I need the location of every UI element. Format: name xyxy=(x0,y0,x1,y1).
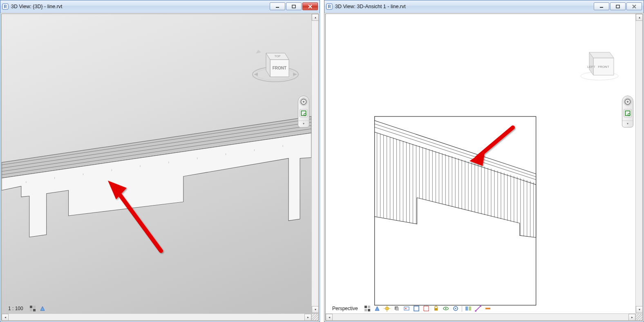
window-buttons xyxy=(270,2,318,10)
visual-style-icon[interactable] xyxy=(373,305,381,312)
render-dialog-icon[interactable] xyxy=(403,305,410,312)
svg-rect-113 xyxy=(368,309,370,311)
scroll-left-icon[interactable]: ◂ xyxy=(326,314,333,321)
svg-marker-40 xyxy=(40,306,45,311)
close-button[interactable] xyxy=(302,2,318,10)
svg-rect-36 xyxy=(30,306,32,308)
svg-rect-124 xyxy=(414,306,419,311)
visual-style-icon[interactable] xyxy=(39,305,46,312)
svg-rect-34 xyxy=(301,111,306,115)
horizontal-scrollbar[interactable]: ◂ ▸ xyxy=(2,313,311,320)
viewcube-front-label[interactable]: FRONT xyxy=(598,65,609,69)
navigation-bar[interactable]: ▾ xyxy=(622,96,633,127)
analytical-model-icon[interactable] xyxy=(474,305,482,312)
navbar-expand-icon[interactable]: ▾ xyxy=(622,121,633,125)
svg-point-33 xyxy=(303,101,305,103)
crop-view-icon[interactable] xyxy=(413,305,420,312)
svg-text:R: R xyxy=(328,4,331,9)
svg-marker-27 xyxy=(293,73,297,76)
svg-rect-47 xyxy=(375,116,536,305)
svg-rect-131 xyxy=(465,306,468,311)
svg-rect-121 xyxy=(396,307,399,311)
reveal-constraints-icon[interactable] xyxy=(484,305,492,312)
svg-marker-31 xyxy=(256,50,261,54)
titlebar[interactable]: R 3D View: {3D} - line.rvt xyxy=(0,0,320,13)
scroll-down-icon[interactable]: ▾ xyxy=(312,306,319,313)
scroll-down-icon[interactable]: ▾ xyxy=(636,306,643,313)
minimize-button[interactable] xyxy=(270,2,285,10)
navigation-bar[interactable]: ▾ xyxy=(298,96,309,127)
svg-rect-110 xyxy=(364,306,367,308)
maximize-button[interactable] xyxy=(610,2,626,10)
scroll-right-icon[interactable]: ▸ xyxy=(628,314,635,321)
svg-point-123 xyxy=(405,308,406,309)
svg-line-133 xyxy=(476,306,481,311)
svg-rect-39 xyxy=(33,309,36,311)
view-control-bar: 1 : 100 xyxy=(2,304,49,313)
svg-rect-111 xyxy=(368,306,370,308)
svg-rect-108 xyxy=(625,111,630,115)
svg-point-107 xyxy=(627,101,629,103)
separator xyxy=(462,305,462,312)
viewcube[interactable]: TOP FRONT xyxy=(249,34,302,87)
view-scale[interactable]: 1 : 100 xyxy=(5,305,27,312)
detail-level-icon[interactable] xyxy=(29,305,36,312)
svg-rect-132 xyxy=(469,306,471,311)
svg-marker-114 xyxy=(375,306,379,311)
size-grip[interactable] xyxy=(635,313,642,320)
viewport[interactable]: TOP FRONT ▾ 1 : 100 ▴ ▾ xyxy=(1,13,319,321)
steering-wheel-icon[interactable] xyxy=(624,98,632,106)
zoom-region-icon[interactable] xyxy=(300,109,308,117)
maximize-button[interactable] xyxy=(286,2,302,10)
viewcube-front-label[interactable]: FRONT xyxy=(273,66,286,70)
temporary-hide-icon[interactable] xyxy=(442,305,449,312)
view-control-bar: Perspective xyxy=(326,304,494,313)
steering-wheel-icon[interactable] xyxy=(300,98,308,106)
viewcube-top-label[interactable]: TOP xyxy=(275,55,281,58)
svg-point-115 xyxy=(385,307,389,310)
viewcube[interactable]: LEFT FRONT xyxy=(577,38,622,83)
window-title: 3D View: {3D} - line.rvt xyxy=(11,4,270,9)
size-grip[interactable] xyxy=(311,313,318,320)
minimize-button[interactable] xyxy=(594,2,609,10)
app-icon: R xyxy=(326,3,333,10)
vertical-scrollbar[interactable]: ▴ ▾ xyxy=(311,14,318,313)
svg-rect-44 xyxy=(616,5,619,8)
crop-region-visible-icon[interactable] xyxy=(423,305,430,312)
reveal-hidden-icon[interactable] xyxy=(452,305,459,312)
svg-point-134 xyxy=(475,310,476,312)
titlebar[interactable]: R 3D View: 3D-Ansicht 1 - line.rvt xyxy=(324,0,644,13)
window-buttons xyxy=(594,2,642,10)
shadows-icon[interactable] xyxy=(393,305,400,312)
svg-rect-122 xyxy=(404,307,409,310)
window-3d-view-1: R 3D View: {3D} - line.rvt xyxy=(0,0,320,322)
viewport[interactable]: LEFT FRONT ▾ Perspective xyxy=(325,13,643,321)
detail-level-icon[interactable] xyxy=(364,305,371,312)
svg-rect-126 xyxy=(434,308,438,311)
sun-path-icon[interactable] xyxy=(383,305,391,312)
scroll-up-icon[interactable]: ▴ xyxy=(312,14,319,21)
lock-view-icon[interactable] xyxy=(432,305,440,312)
svg-rect-38 xyxy=(30,309,32,311)
horizontal-scrollbar[interactable]: ◂ ▸ xyxy=(326,313,635,320)
view-scale[interactable]: Perspective xyxy=(329,305,361,312)
close-button-disabled[interactable] xyxy=(626,2,642,10)
svg-rect-136 xyxy=(485,308,490,309)
svg-rect-112 xyxy=(364,309,367,311)
worksharing-display-icon[interactable] xyxy=(465,305,472,312)
scroll-up-icon[interactable]: ▴ xyxy=(636,14,643,21)
app-icon: R xyxy=(2,3,9,10)
svg-rect-125 xyxy=(424,306,429,311)
zoom-region-icon[interactable] xyxy=(624,109,632,117)
window-title: 3D View: 3D-Ansicht 1 - line.rvt xyxy=(335,4,594,9)
svg-point-128 xyxy=(445,308,446,309)
svg-rect-3 xyxy=(292,5,295,8)
scroll-right-icon[interactable]: ▸ xyxy=(304,314,311,321)
svg-marker-26 xyxy=(254,73,258,76)
navbar-expand-icon[interactable]: ▾ xyxy=(298,121,309,125)
viewcube-left-label[interactable]: LEFT xyxy=(587,65,595,69)
svg-rect-37 xyxy=(33,306,36,308)
vertical-scrollbar[interactable]: ▴ ▾ xyxy=(635,14,642,313)
svg-point-130 xyxy=(455,308,456,309)
scroll-left-icon[interactable]: ◂ xyxy=(2,314,9,321)
